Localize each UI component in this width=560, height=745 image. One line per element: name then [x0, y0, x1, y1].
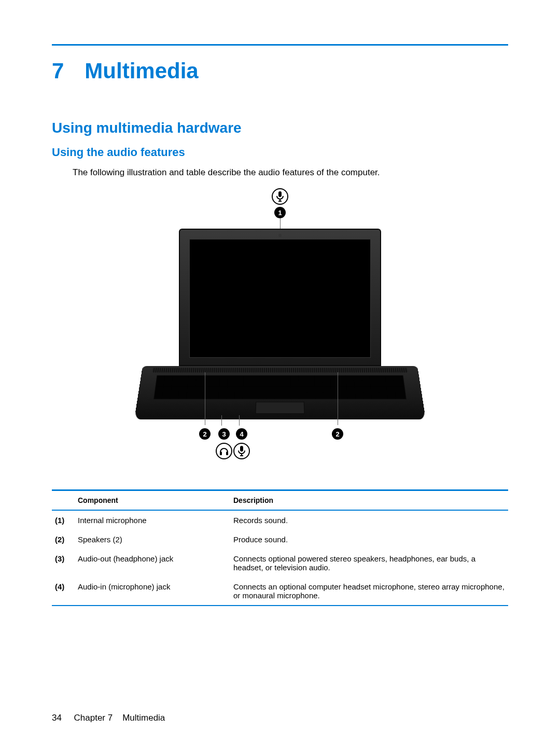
microphone-glyph-2 [237, 446, 246, 456]
microphone-jack-icon [233, 443, 250, 459]
headphone-glyph [219, 446, 229, 456]
row-description: Connects an optional computer headset mi… [230, 577, 508, 606]
row-num: (1) [52, 510, 75, 530]
touchpad [256, 402, 305, 414]
row-num: (3) [52, 549, 75, 577]
footer-chapter-label: Chapter 7 [74, 713, 113, 723]
page-number: 34 [52, 713, 62, 723]
row-component: Audio-out (headphone) jack [75, 549, 230, 577]
laptop-base [134, 366, 426, 419]
callout-3: 3 [218, 428, 230, 440]
callout-4: 4 [236, 428, 247, 440]
subsection-h3: Using the audio features [52, 146, 508, 159]
svg-rect-0 [278, 191, 282, 197]
row-component: Audio-in (microphone) jack [75, 577, 230, 606]
webcam-dot [278, 234, 282, 237]
chapter-title-text: Multimedia [85, 59, 198, 83]
leader-4 [239, 415, 240, 426]
leader-3 [221, 415, 222, 426]
chapter-heading: 7 Multimedia [52, 59, 508, 83]
audio-features-illustration: 1 2 [140, 188, 420, 480]
intro-paragraph: The following illustration and table des… [73, 167, 508, 178]
row-component: Speakers (2) [75, 530, 230, 549]
svg-rect-3 [220, 452, 222, 455]
callout-1: 1 [274, 207, 286, 218]
section-h2: Using multimedia hardware [52, 120, 508, 136]
svg-rect-4 [226, 452, 228, 455]
row-description: Records sound. [230, 510, 508, 530]
callout-2-left: 2 [199, 428, 211, 440]
row-num: (4) [52, 577, 75, 606]
table-row: (1) Internal microphone Records sound. [52, 510, 508, 530]
laptop-screen [189, 239, 371, 358]
row-description: Connects optional powered stereo speaker… [230, 549, 508, 577]
headphone-icon [216, 443, 232, 459]
callout-1-leader [280, 218, 281, 229]
leader-2-left [205, 372, 205, 425]
footer-chapter-name: Multimedia [122, 713, 165, 723]
speaker-strip [152, 368, 408, 373]
microphone-glyph [276, 191, 284, 202]
audio-features-table: Component Description (1) Internal micro… [52, 489, 508, 606]
chapter-number: 7 [52, 59, 64, 83]
svg-rect-5 [240, 446, 243, 452]
table-header-blank [52, 490, 75, 511]
microphone-icon [272, 188, 288, 205]
page-footer: 34 Chapter 7 Multimedia [52, 713, 165, 723]
table-row: (2) Speakers (2) Produce sound. [52, 530, 508, 549]
row-component: Internal microphone [75, 510, 230, 530]
chapter-top-rule [52, 44, 508, 46]
row-description: Produce sound. [230, 530, 508, 549]
laptop-lid [179, 229, 381, 366]
leader-2-right [338, 372, 338, 425]
row-num: (2) [52, 530, 75, 549]
table-row: (4) Audio-in (microphone) jack Connects … [52, 577, 508, 606]
laptop-illustration [140, 229, 420, 428]
table-row: (3) Audio-out (headphone) jack Connects … [52, 549, 508, 577]
bottom-callouts: 2 3 4 [140, 428, 420, 480]
table-header-component: Component [75, 490, 230, 511]
keyboard [153, 375, 407, 399]
table-header-description: Description [230, 490, 508, 511]
callout-2-right: 2 [332, 428, 343, 440]
